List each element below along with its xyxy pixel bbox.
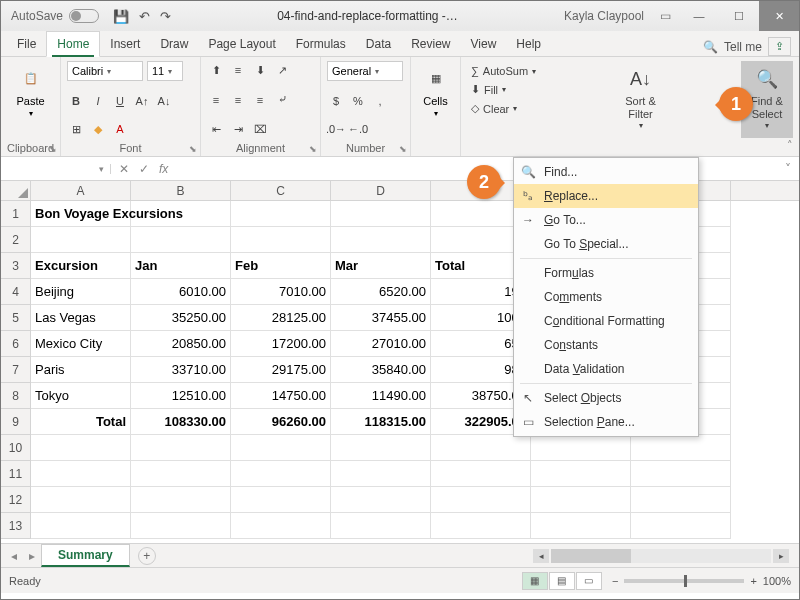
hscroll-thumb[interactable] — [551, 549, 631, 563]
cell[interactable] — [631, 513, 731, 539]
align-top-button[interactable]: ⬆ — [207, 61, 225, 79]
share-button[interactable]: ⇪ — [768, 37, 791, 56]
menu-find[interactable]: 🔍Find... — [514, 160, 698, 184]
clipboard-launcher[interactable]: ⬊ — [49, 144, 57, 154]
cell[interactable] — [231, 461, 331, 487]
cell[interactable]: Paris — [31, 357, 131, 383]
decrease-decimal-button[interactable]: ←.0 — [349, 120, 367, 138]
align-bottom-button[interactable]: ⬇ — [251, 61, 269, 79]
menu-select-objects[interactable]: ↖Select Objects — [514, 386, 698, 410]
fill-color-button[interactable]: ◆ — [89, 120, 107, 138]
percent-format-button[interactable]: % — [349, 92, 367, 110]
menu-goto-special[interactable]: Go To Special... — [514, 232, 698, 256]
wrap-text-button[interactable]: ⤶ — [273, 91, 291, 109]
minimize-button[interactable]: — — [679, 1, 719, 31]
sheet-tab-summary[interactable]: Summary — [41, 544, 130, 567]
cell[interactable]: Tokyo — [31, 383, 131, 409]
row-header[interactable]: 10 — [1, 435, 30, 461]
tab-insert[interactable]: Insert — [100, 32, 150, 56]
menu-conditional-formatting[interactable]: Conditional Formatting — [514, 309, 698, 333]
borders-button[interactable]: ⊞ — [67, 120, 85, 138]
name-box[interactable]: ▾ — [1, 164, 111, 174]
cell[interactable] — [31, 487, 131, 513]
cell[interactable] — [131, 201, 231, 227]
row-header[interactable]: 4 — [1, 279, 30, 305]
cell[interactable]: 96260.00 — [231, 409, 331, 435]
row-header[interactable]: 8 — [1, 383, 30, 409]
view-normal-button[interactable]: ▦ — [522, 572, 548, 590]
cell[interactable] — [431, 461, 531, 487]
tab-formulas[interactable]: Formulas — [286, 32, 356, 56]
tab-draw[interactable]: Draw — [150, 32, 198, 56]
row-header[interactable]: 11 — [1, 461, 30, 487]
sort-filter-button[interactable]: A↓ Sort & Filter▾ — [615, 61, 667, 138]
tab-review[interactable]: Review — [401, 32, 460, 56]
hscroll-left[interactable]: ◂ — [533, 549, 549, 563]
cell[interactable]: 28125.00 — [231, 305, 331, 331]
cell[interactable] — [131, 435, 231, 461]
zoom-in-button[interactable]: + — [750, 575, 756, 587]
row-header[interactable]: 6 — [1, 331, 30, 357]
cell[interactable] — [631, 487, 731, 513]
menu-data-validation[interactable]: Data Validation — [514, 357, 698, 381]
cell[interactable] — [331, 513, 431, 539]
autosave-toggle[interactable] — [69, 9, 99, 23]
menu-replace[interactable]: ᵇₐReplace... — [514, 184, 698, 208]
cell[interactable]: 35840.00 — [331, 357, 431, 383]
tab-view[interactable]: View — [461, 32, 507, 56]
cells-button[interactable]: ▦ Cells ▾ — [417, 61, 454, 120]
col-header-d[interactable]: D — [331, 181, 431, 200]
cell[interactable] — [631, 435, 731, 461]
cell[interactable] — [31, 461, 131, 487]
cell[interactable] — [131, 461, 231, 487]
expand-formula-bar-icon[interactable]: ˅ — [777, 162, 799, 176]
row-header[interactable]: 12 — [1, 487, 30, 513]
row-header[interactable]: 13 — [1, 513, 30, 539]
cell[interactable] — [331, 201, 431, 227]
cell[interactable]: 108330.00 — [131, 409, 231, 435]
cell[interactable]: 12510.00 — [131, 383, 231, 409]
menu-formulas[interactable]: Formulas — [514, 261, 698, 285]
cell[interactable] — [431, 487, 531, 513]
menu-selection-pane[interactable]: ▭Selection Pane... — [514, 410, 698, 434]
increase-indent-button[interactable]: ⇥ — [229, 120, 247, 138]
increase-decimal-button[interactable]: .0→ — [327, 120, 345, 138]
zoom-level[interactable]: 100% — [763, 575, 791, 587]
cell[interactable] — [231, 227, 331, 253]
autosum-button[interactable]: ∑AutoSum▾ — [467, 63, 540, 79]
fill-button[interactable]: ⬇Fill▾ — [467, 81, 540, 98]
cell[interactable]: Beijing — [31, 279, 131, 305]
view-page-break-button[interactable]: ▭ — [576, 572, 602, 590]
view-page-layout-button[interactable]: ▤ — [549, 572, 575, 590]
decrease-font-button[interactable]: A↓ — [155, 92, 173, 110]
font-launcher[interactable]: ⬊ — [189, 144, 197, 154]
cell[interactable] — [531, 513, 631, 539]
cell[interactable]: 11490.00 — [331, 383, 431, 409]
cell[interactable]: 17200.00 — [231, 331, 331, 357]
merge-center-button[interactable]: ⌧ — [251, 120, 269, 138]
cell[interactable]: 20850.00 — [131, 331, 231, 357]
menu-comments[interactable]: Comments — [514, 285, 698, 309]
ribbon-options-icon[interactable]: ▭ — [652, 9, 679, 23]
cell[interactable]: 27010.00 — [331, 331, 431, 357]
cell[interactable] — [431, 435, 531, 461]
cell[interactable]: Las Vegas — [31, 305, 131, 331]
add-sheet-button[interactable]: + — [138, 547, 156, 565]
orientation-button[interactable]: ↗ — [273, 61, 291, 79]
row-header[interactable]: 7 — [1, 357, 30, 383]
col-header-b[interactable]: B — [131, 181, 231, 200]
tell-me[interactable]: Tell me — [724, 40, 762, 54]
cell[interactable]: Excursion — [31, 253, 131, 279]
col-header-c[interactable]: C — [231, 181, 331, 200]
cell[interactable] — [231, 201, 331, 227]
tab-page-layout[interactable]: Page Layout — [198, 32, 285, 56]
cell[interactable]: Bon Voyage Excursions — [31, 201, 131, 227]
cell[interactable] — [31, 513, 131, 539]
zoom-slider[interactable] — [624, 579, 744, 583]
close-button[interactable]: ✕ — [759, 1, 799, 31]
paste-button[interactable]: 📋 Paste ▾ — [7, 61, 54, 120]
clear-button[interactable]: ◇Clear▾ — [467, 100, 540, 117]
tab-file[interactable]: File — [7, 32, 46, 56]
hscroll-track[interactable] — [551, 549, 771, 563]
comma-format-button[interactable]: , — [371, 92, 389, 110]
